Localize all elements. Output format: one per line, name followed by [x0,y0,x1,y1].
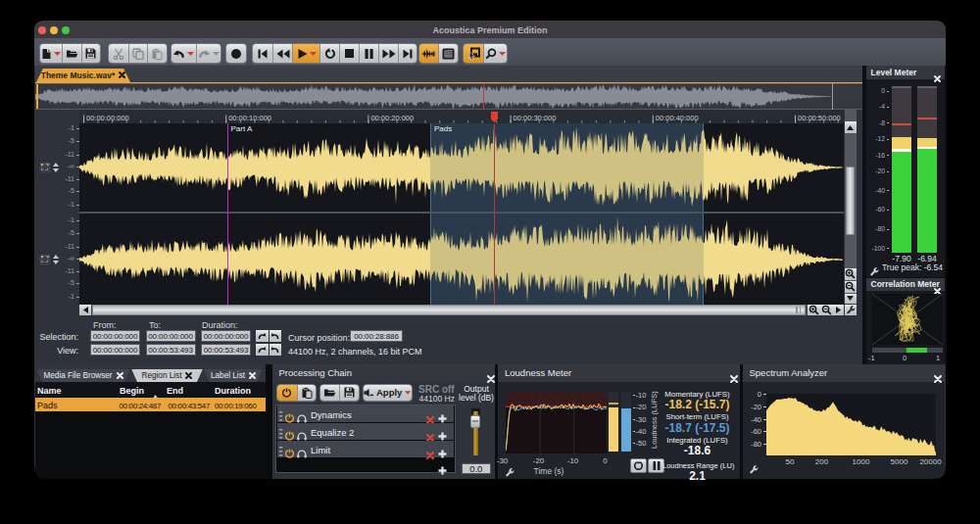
svg-text:00:00:50:000: 00:00:50:000 [798,114,841,122]
svg-text:00:00:20:000: 00:00:20:000 [370,114,414,122]
svg-text:00:00:40:000: 00:00:40:000 [656,114,699,122]
svg-text:00:00:10:000: 00:00:10:000 [228,114,271,122]
svg-text:00:00:30:000: 00:00:30:000 [514,114,557,122]
svg-text:00:00:00:000: 00:00:00:000 [86,114,129,122]
